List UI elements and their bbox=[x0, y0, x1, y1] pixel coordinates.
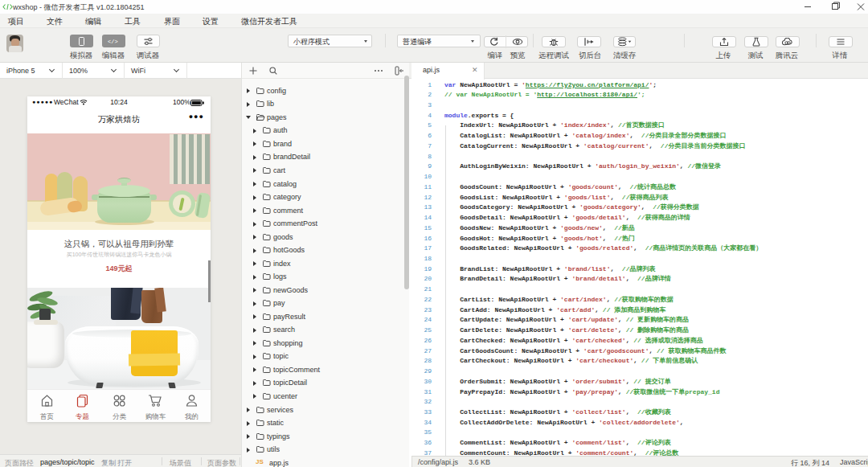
svg-text:</>: </> bbox=[108, 39, 118, 45]
